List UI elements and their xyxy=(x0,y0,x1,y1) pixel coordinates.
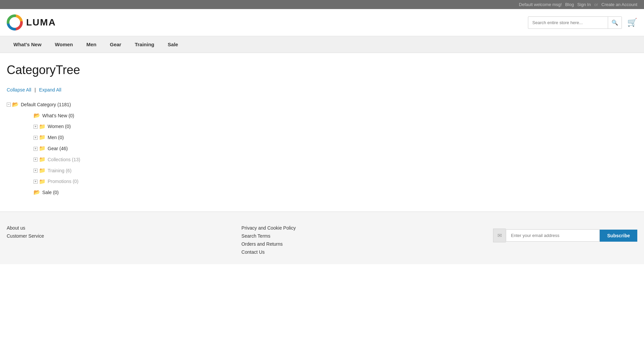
label-men: Men (0) xyxy=(48,133,64,142)
footer-inner: About us Customer Service Privacy and Co… xyxy=(7,225,637,257)
root-toggle[interactable]: − xyxy=(7,103,11,107)
create-account-link[interactable]: Create an Account xyxy=(601,2,637,7)
cart-icon[interactable]: 🛒 xyxy=(627,18,637,27)
controls-separator: | xyxy=(35,87,37,93)
tree-row-promotions: + 📁 Promotions (0) xyxy=(34,177,637,187)
nav-list: What's New Women Men Gear Training Sale xyxy=(0,36,644,53)
nav-link-whats-new[interactable]: What's New xyxy=(7,36,48,53)
label-women: Women (0) xyxy=(48,122,71,131)
header-right: 🔍 🛒 xyxy=(528,16,637,29)
nav-item-training: Training xyxy=(128,36,161,53)
subscribe-button[interactable]: Subscribe xyxy=(600,230,637,242)
label-gear: Gear (46) xyxy=(48,144,68,153)
footer-links-col2: Privacy and Cookie Policy Search Terms O… xyxy=(241,225,296,255)
label-sale: Sale (0) xyxy=(42,188,59,197)
footer: About us Customer Service Privacy and Co… xyxy=(0,212,644,264)
footer-link-item-search-terms: Search Terms xyxy=(241,233,296,239)
tree-node-men: + 📁 Men (0) xyxy=(34,132,637,143)
tree-node-whats-new: 📂 What's New (0) xyxy=(34,110,637,121)
nav-item-gear: Gear xyxy=(103,36,128,53)
nav-link-gear[interactable]: Gear xyxy=(103,36,128,53)
nav-link-sale[interactable]: Sale xyxy=(161,36,185,53)
tree-row-men: + 📁 Men (0) xyxy=(34,133,637,142)
tree-node-training: + 📁 Training (6) xyxy=(34,165,637,176)
tree-root-row: − 📂 Default Category (1181) xyxy=(7,100,637,110)
toggle-collections[interactable]: + xyxy=(34,158,38,162)
search-button[interactable]: 🔍 xyxy=(608,17,622,28)
tree-row-women: + 📁 Women (0) xyxy=(34,122,637,132)
footer-link-item-about: About us xyxy=(7,225,44,231)
tree-node-gear: + 📁 Gear (46) xyxy=(34,143,637,154)
root-folder-icon: 📂 xyxy=(12,100,19,110)
footer-link-customer-service[interactable]: Customer Service xyxy=(7,233,44,239)
footer-link-item-customer-service: Customer Service xyxy=(7,233,44,239)
blog-link[interactable]: Blog xyxy=(565,2,574,7)
toggle-women[interactable]: + xyxy=(34,125,38,129)
collapse-all-link[interactable]: Collapse All xyxy=(7,87,31,93)
footer-link-item-privacy: Privacy and Cookie Policy xyxy=(241,225,296,231)
folder-icon-sale: 📂 xyxy=(34,188,40,197)
footer-newsletter-col: ✉ Subscribe xyxy=(493,225,637,242)
root-label: Default Category (1181) xyxy=(21,101,71,109)
footer-link-contact[interactable]: Contact Us xyxy=(241,249,265,255)
nav-link-men[interactable]: Men xyxy=(79,36,103,53)
folder-icon-gear: 📁 xyxy=(39,144,46,154)
expand-all-link[interactable]: Expand All xyxy=(39,87,61,93)
tree-node-promotions: + 📁 Promotions (0) xyxy=(34,176,637,187)
footer-link-privacy[interactable]: Privacy and Cookie Policy xyxy=(241,225,296,231)
nav-link-training[interactable]: Training xyxy=(128,36,161,53)
label-collections: Collections (13) xyxy=(48,156,80,164)
main-content: CategoryTree Collapse All | Expand All −… xyxy=(0,53,644,212)
footer-col-2: Privacy and Cookie Policy Search Terms O… xyxy=(241,225,296,257)
tree-node-collections: + 📁 Collections (13) xyxy=(34,154,637,165)
newsletter-email-input[interactable] xyxy=(506,229,600,242)
welcome-message: Default welcome msg! xyxy=(519,2,562,7)
or-separator: or xyxy=(594,2,598,7)
label-whats-new: What's New (0) xyxy=(42,112,74,120)
search-box: 🔍 xyxy=(528,16,622,29)
nav-item-sale: Sale xyxy=(161,36,185,53)
nav-item-men: Men xyxy=(79,36,103,53)
tree-row-gear: + 📁 Gear (46) xyxy=(34,144,637,154)
tree-row-sale: 📂 Sale (0) xyxy=(34,188,637,197)
toggle-training[interactable]: + xyxy=(34,169,38,173)
folder-icon-women: 📁 xyxy=(39,122,46,132)
tree-row-whats-new: 📂 What's New (0) xyxy=(34,111,637,121)
footer-link-item-contact: Contact Us xyxy=(241,249,296,255)
folder-icon-promotions: 📁 xyxy=(39,177,46,187)
tree-root-node: − 📂 Default Category (1181) xyxy=(7,99,637,110)
nav-link-women[interactable]: Women xyxy=(48,36,80,53)
footer-link-orders[interactable]: Orders and Returns xyxy=(241,241,283,247)
footer-link-search-terms[interactable]: Search Terms xyxy=(241,233,270,239)
category-tree: − 📂 Default Category (1181) 📂 What's New… xyxy=(7,99,637,198)
logo-link[interactable]: LUMA xyxy=(7,14,56,31)
label-promotions: Promotions (0) xyxy=(48,177,78,186)
signin-link[interactable]: Sign In xyxy=(577,2,591,7)
footer-link-item-orders: Orders and Returns xyxy=(241,241,296,247)
top-bar: Default welcome msg! Blog Sign In or Cre… xyxy=(0,0,644,9)
tree-controls: Collapse All | Expand All xyxy=(7,87,637,93)
toggle-gear[interactable]: + xyxy=(34,147,38,151)
folder-icon-men: 📁 xyxy=(39,133,46,142)
toggle-men[interactable]: + xyxy=(34,136,38,140)
toggle-promotions[interactable]: + xyxy=(34,180,38,184)
logo-icon xyxy=(7,14,23,31)
folder-icon-collections: 📁 xyxy=(39,155,46,165)
logo-text: LUMA xyxy=(26,17,56,28)
tree-node-women: + 📁 Women (0) xyxy=(34,121,637,132)
footer-link-about[interactable]: About us xyxy=(7,225,25,231)
header: LUMA 🔍 🛒 xyxy=(0,9,644,36)
footer-col-1: About us Customer Service xyxy=(7,225,44,241)
nav-item-women: Women xyxy=(48,36,80,53)
search-input[interactable] xyxy=(528,17,608,28)
nav-item-whats-new: What's New xyxy=(7,36,48,53)
tree-node-sale: 📂 Sale (0) xyxy=(34,187,637,198)
page-title: CategoryTree xyxy=(7,63,637,77)
tree-row-collections: + 📁 Collections (13) xyxy=(34,155,637,165)
newsletter-area: ✉ Subscribe xyxy=(493,229,637,242)
tree-row-training: + 📁 Training (6) xyxy=(34,166,637,176)
main-nav: What's New Women Men Gear Training Sale xyxy=(0,36,644,53)
folder-icon-training: 📁 xyxy=(39,166,46,176)
label-training: Training (6) xyxy=(48,167,71,175)
folder-icon-whats-new: 📂 xyxy=(34,111,40,121)
